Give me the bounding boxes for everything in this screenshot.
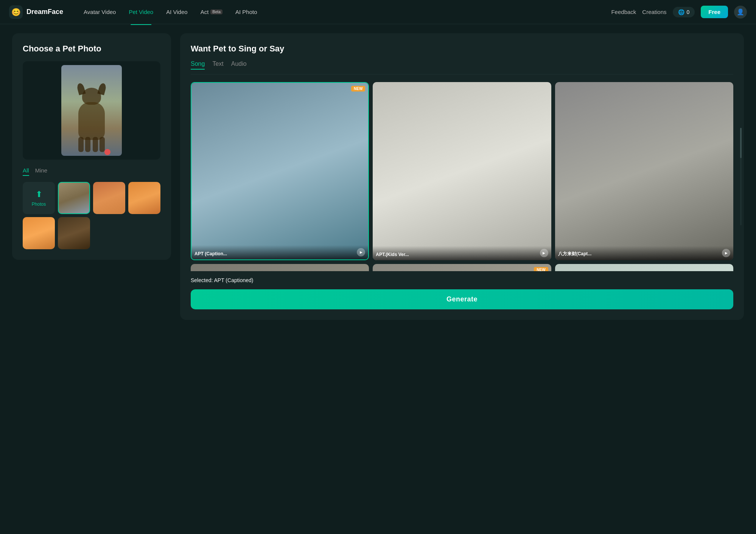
nav-right: Feedback Creations 🌐 0 Free 👤	[611, 6, 747, 19]
generate-button[interactable]: Generate	[191, 289, 733, 309]
beta-badge: Beta	[210, 9, 222, 14]
feedback-link[interactable]: Feedback	[611, 9, 636, 15]
logo-icon: 😊	[9, 5, 23, 19]
user-avatar[interactable]: 👤	[734, 6, 747, 19]
song-tabs: Song Text Audio	[191, 61, 733, 75]
filter-all[interactable]: All	[23, 167, 29, 176]
song-overlay-3: 八方来财(Capt... ▶	[555, 246, 733, 260]
photo-cat-orange[interactable]	[93, 182, 125, 214]
tab-text[interactable]: Text	[212, 61, 223, 70]
scrollbar-thumb[interactable]	[740, 128, 742, 158]
credits-display[interactable]: 🌐 0	[673, 7, 695, 17]
upload-photos-cell[interactable]: ⬆ Photos	[23, 182, 55, 214]
song-overlay-1: APT (Caption... ▶	[191, 245, 368, 259]
song-card-bafang[interactable]: 八方来财(Capt... ▶	[555, 82, 733, 260]
free-button[interactable]: Free	[701, 6, 728, 18]
song-card-apt-captioned[interactable]: NEW APT (Caption... ▶	[191, 82, 369, 260]
song-grid: NEW APT (Caption... ▶ APT.(Kids Ver... ▶…	[191, 82, 733, 271]
photo-grid: ⬆ Photos	[23, 182, 160, 214]
photo-dog-small[interactable]	[58, 217, 90, 249]
new-badge-5: NEW	[534, 267, 548, 271]
right-panel-title: Want Pet to Sing or Say	[191, 44, 733, 54]
credits-count: 0	[687, 9, 690, 15]
tab-audio[interactable]: Audio	[231, 61, 247, 70]
creations-link[interactable]: Creations	[642, 9, 666, 15]
tab-song[interactable]: Song	[191, 61, 205, 70]
song-card-apt-kids[interactable]: APT.(Kids Ver... ▶	[373, 82, 551, 260]
main-content: Choose a Pet Photo	[0, 24, 756, 329]
upload-label: Photos	[32, 202, 46, 207]
nav-ai-video[interactable]: AI Video	[161, 6, 193, 18]
nav-avatar-video[interactable]: Avatar Video	[78, 6, 121, 18]
filter-tabs: All Mine	[23, 167, 160, 176]
new-badge-1: NEW	[351, 86, 365, 92]
photo-cat-fat2[interactable]	[23, 217, 55, 249]
nav-ai-photo[interactable]: AI Photo	[230, 6, 263, 18]
photo-cat-fat-orange[interactable]	[128, 182, 160, 214]
logo[interactable]: 😊 DreamFace	[9, 5, 63, 19]
left-panel-title: Choose a Pet Photo	[23, 44, 160, 54]
play-btn-1[interactable]: ▶	[357, 248, 365, 256]
song-title-2: APT.(Kids Ver...	[376, 252, 409, 257]
song-overlay-2: APT.(Kids Ver... ▶	[373, 246, 551, 260]
scrollbar-track	[740, 128, 742, 225]
dog-silhouette	[75, 88, 109, 152]
nav-links: Avatar Video Pet Video AI Video Act Beta…	[78, 6, 611, 18]
selected-pet-image	[61, 65, 122, 156]
photo-dog-german[interactable]	[58, 182, 90, 214]
upload-icon: ⬆	[36, 189, 42, 199]
photo-grid-row2	[23, 217, 160, 249]
right-panel: Want Pet to Sing or Say Song Text Audio …	[180, 33, 744, 320]
logo-text: DreamFace	[26, 8, 63, 16]
globe-icon: 🌐	[678, 9, 684, 15]
play-btn-2[interactable]: ▶	[540, 249, 548, 257]
song-card-loving-you[interactable]: Loving You at ... ▶	[191, 264, 369, 271]
song-card-sigma-boy[interactable]: NEW Sigma Boy ▶	[373, 264, 551, 271]
song-title-3: 八方来财(Capt...	[558, 251, 592, 257]
song-title-1: APT (Caption...	[194, 251, 227, 256]
song-card-dramatic[interactable]: Dramatic Expr... ▶	[555, 264, 733, 271]
left-panel: Choose a Pet Photo	[12, 33, 171, 260]
navbar: 😊 DreamFace Avatar Video Pet Video AI Vi…	[0, 0, 756, 24]
nav-act[interactable]: Act Beta	[195, 6, 228, 18]
pet-preview-area	[23, 61, 160, 160]
nav-pet-video[interactable]: Pet Video	[123, 6, 159, 18]
selected-song-label: Selected: APT (Captioned)	[191, 277, 733, 283]
play-btn-3[interactable]: ▶	[722, 249, 730, 257]
filter-mine[interactable]: Mine	[35, 167, 48, 176]
